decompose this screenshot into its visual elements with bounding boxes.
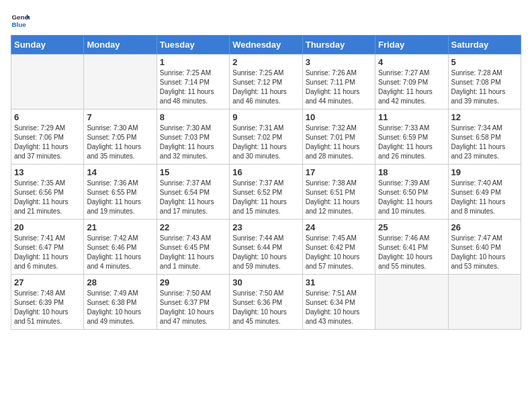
- calendar-day-cell: 25Sunrise: 7:46 AM Sunset: 6:41 PM Dayli…: [375, 220, 448, 275]
- logo: General Blue: [11, 11, 30, 30]
- day-detail: Sunrise: 7:43 AM Sunset: 6:45 PM Dayligh…: [160, 234, 226, 271]
- day-detail: Sunrise: 7:31 AM Sunset: 7:02 PM Dayligh…: [232, 124, 299, 161]
- calendar-day-cell: 19Sunrise: 7:40 AM Sunset: 6:49 PM Dayli…: [448, 165, 521, 220]
- day-detail: Sunrise: 7:37 AM Sunset: 6:54 PM Dayligh…: [160, 179, 226, 216]
- day-detail: Sunrise: 7:35 AM Sunset: 6:56 PM Dayligh…: [14, 179, 81, 216]
- day-detail: Sunrise: 7:25 AM Sunset: 7:12 PM Dayligh…: [232, 68, 299, 106]
- calendar-day-cell: 28Sunrise: 7:49 AM Sunset: 6:38 PM Dayli…: [84, 275, 157, 330]
- day-number: 17: [306, 167, 372, 177]
- calendar-day-cell: 12Sunrise: 7:34 AM Sunset: 6:58 PM Dayli…: [448, 109, 521, 165]
- col-header-sunday: Sunday: [11, 36, 84, 54]
- day-number: 3: [306, 57, 372, 67]
- day-number: 12: [451, 112, 518, 122]
- calendar-day-cell: [448, 275, 521, 330]
- day-number: 23: [232, 222, 299, 232]
- day-detail: Sunrise: 7:47 AM Sunset: 6:40 PM Dayligh…: [451, 234, 518, 271]
- calendar-day-cell: 4Sunrise: 7:27 AM Sunset: 7:09 PM Daylig…: [375, 54, 448, 109]
- col-header-friday: Friday: [375, 36, 448, 54]
- day-number: 18: [378, 167, 445, 177]
- day-detail: Sunrise: 7:39 AM Sunset: 6:50 PM Dayligh…: [378, 179, 445, 216]
- day-number: 29: [160, 277, 226, 287]
- day-number: 26: [451, 222, 518, 232]
- calendar-table: SundayMondayTuesdayWednesdayThursdayFrid…: [11, 35, 521, 330]
- calendar-day-cell: 3Sunrise: 7:26 AM Sunset: 7:11 PM Daylig…: [302, 54, 375, 109]
- day-number: 14: [87, 167, 153, 177]
- day-detail: Sunrise: 7:50 AM Sunset: 6:36 PM Dayligh…: [232, 289, 299, 326]
- calendar-week-row: 13Sunrise: 7:35 AM Sunset: 6:56 PM Dayli…: [11, 165, 521, 220]
- calendar-day-cell: 15Sunrise: 7:37 AM Sunset: 6:54 PM Dayli…: [157, 165, 229, 220]
- calendar-day-cell: 16Sunrise: 7:37 AM Sunset: 6:52 PM Dayli…: [230, 165, 302, 220]
- calendar-day-cell: [11, 54, 84, 109]
- col-header-tuesday: Tuesday: [157, 36, 229, 54]
- logo-icon: General Blue: [11, 11, 30, 30]
- day-detail: Sunrise: 7:51 AM Sunset: 6:34 PM Dayligh…: [306, 289, 372, 326]
- day-number: 4: [378, 57, 445, 67]
- calendar-day-cell: 21Sunrise: 7:42 AM Sunset: 6:46 PM Dayli…: [84, 220, 157, 275]
- day-number: 31: [306, 277, 372, 287]
- calendar-day-cell: 20Sunrise: 7:41 AM Sunset: 6:47 PM Dayli…: [11, 220, 84, 275]
- day-detail: Sunrise: 7:30 AM Sunset: 7:05 PM Dayligh…: [87, 124, 153, 161]
- day-detail: Sunrise: 7:50 AM Sunset: 6:37 PM Dayligh…: [160, 289, 226, 326]
- calendar-day-cell: 29Sunrise: 7:50 AM Sunset: 6:37 PM Dayli…: [157, 275, 229, 330]
- calendar-day-cell: 22Sunrise: 7:43 AM Sunset: 6:45 PM Dayli…: [157, 220, 229, 275]
- day-number: 28: [87, 277, 153, 287]
- day-detail: Sunrise: 7:36 AM Sunset: 6:55 PM Dayligh…: [87, 179, 153, 216]
- calendar-day-cell: [375, 275, 448, 330]
- calendar-day-cell: 11Sunrise: 7:33 AM Sunset: 6:59 PM Dayli…: [375, 109, 448, 165]
- day-detail: Sunrise: 7:44 AM Sunset: 6:44 PM Dayligh…: [232, 234, 299, 271]
- calendar-day-cell: 1Sunrise: 7:25 AM Sunset: 7:14 PM Daylig…: [157, 54, 229, 109]
- calendar-day-cell: 26Sunrise: 7:47 AM Sunset: 6:40 PM Dayli…: [448, 220, 521, 275]
- calendar-day-cell: 5Sunrise: 7:28 AM Sunset: 7:08 PM Daylig…: [448, 54, 521, 109]
- page-header: General Blue: [11, 11, 521, 30]
- calendar-week-row: 20Sunrise: 7:41 AM Sunset: 6:47 PM Dayli…: [11, 220, 521, 275]
- day-detail: Sunrise: 7:37 AM Sunset: 6:52 PM Dayligh…: [232, 179, 299, 216]
- day-number: 22: [160, 222, 226, 232]
- calendar-day-cell: 24Sunrise: 7:45 AM Sunset: 6:42 PM Dayli…: [302, 220, 375, 275]
- svg-text:Blue: Blue: [11, 21, 26, 28]
- day-detail: Sunrise: 7:26 AM Sunset: 7:11 PM Dayligh…: [306, 68, 372, 106]
- calendar-day-cell: 9Sunrise: 7:31 AM Sunset: 7:02 PM Daylig…: [230, 109, 302, 165]
- day-detail: Sunrise: 7:30 AM Sunset: 7:03 PM Dayligh…: [160, 124, 226, 161]
- calendar-day-cell: 7Sunrise: 7:30 AM Sunset: 7:05 PM Daylig…: [84, 109, 157, 165]
- calendar-day-cell: 8Sunrise: 7:30 AM Sunset: 7:03 PM Daylig…: [157, 109, 229, 165]
- calendar-day-cell: 2Sunrise: 7:25 AM Sunset: 7:12 PM Daylig…: [230, 54, 302, 109]
- day-detail: Sunrise: 7:48 AM Sunset: 6:39 PM Dayligh…: [14, 289, 81, 326]
- day-detail: Sunrise: 7:25 AM Sunset: 7:14 PM Dayligh…: [160, 68, 226, 106]
- day-number: 11: [378, 112, 445, 122]
- day-detail: Sunrise: 7:38 AM Sunset: 6:51 PM Dayligh…: [306, 179, 372, 216]
- calendar-day-cell: 10Sunrise: 7:32 AM Sunset: 7:01 PM Dayli…: [302, 109, 375, 165]
- col-header-saturday: Saturday: [448, 36, 521, 54]
- day-number: 25: [378, 222, 445, 232]
- day-number: 8: [160, 112, 226, 122]
- day-detail: Sunrise: 7:27 AM Sunset: 7:09 PM Dayligh…: [378, 68, 445, 106]
- day-detail: Sunrise: 7:34 AM Sunset: 6:58 PM Dayligh…: [451, 124, 518, 161]
- day-number: 15: [160, 167, 226, 177]
- calendar-day-cell: 23Sunrise: 7:44 AM Sunset: 6:44 PM Dayli…: [230, 220, 302, 275]
- calendar-day-cell: [84, 54, 157, 109]
- day-number: 5: [451, 57, 518, 67]
- day-number: 2: [232, 57, 299, 67]
- calendar-week-row: 27Sunrise: 7:48 AM Sunset: 6:39 PM Dayli…: [11, 275, 521, 330]
- day-number: 19: [451, 167, 518, 177]
- day-number: 20: [14, 222, 81, 232]
- day-detail: Sunrise: 7:41 AM Sunset: 6:47 PM Dayligh…: [14, 234, 81, 271]
- day-number: 13: [14, 167, 81, 177]
- calendar-day-cell: 31Sunrise: 7:51 AM Sunset: 6:34 PM Dayli…: [302, 275, 375, 330]
- day-detail: Sunrise: 7:40 AM Sunset: 6:49 PM Dayligh…: [451, 179, 518, 216]
- day-number: 24: [306, 222, 372, 232]
- col-header-wednesday: Wednesday: [230, 36, 302, 54]
- day-detail: Sunrise: 7:29 AM Sunset: 7:06 PM Dayligh…: [14, 124, 81, 161]
- day-detail: Sunrise: 7:42 AM Sunset: 6:46 PM Dayligh…: [87, 234, 153, 271]
- day-detail: Sunrise: 7:28 AM Sunset: 7:08 PM Dayligh…: [451, 68, 518, 106]
- day-number: 10: [306, 112, 372, 122]
- day-number: 21: [87, 222, 153, 232]
- calendar-week-row: 1Sunrise: 7:25 AM Sunset: 7:14 PM Daylig…: [11, 54, 521, 109]
- day-number: 27: [14, 277, 81, 287]
- day-number: 9: [232, 112, 299, 122]
- calendar-day-cell: 18Sunrise: 7:39 AM Sunset: 6:50 PM Dayli…: [375, 165, 448, 220]
- day-detail: Sunrise: 7:46 AM Sunset: 6:41 PM Dayligh…: [378, 234, 445, 271]
- calendar-day-cell: 30Sunrise: 7:50 AM Sunset: 6:36 PM Dayli…: [230, 275, 302, 330]
- calendar-week-row: 6Sunrise: 7:29 AM Sunset: 7:06 PM Daylig…: [11, 109, 521, 165]
- calendar-header-row: SundayMondayTuesdayWednesdayThursdayFrid…: [11, 36, 521, 54]
- col-header-monday: Monday: [84, 36, 157, 54]
